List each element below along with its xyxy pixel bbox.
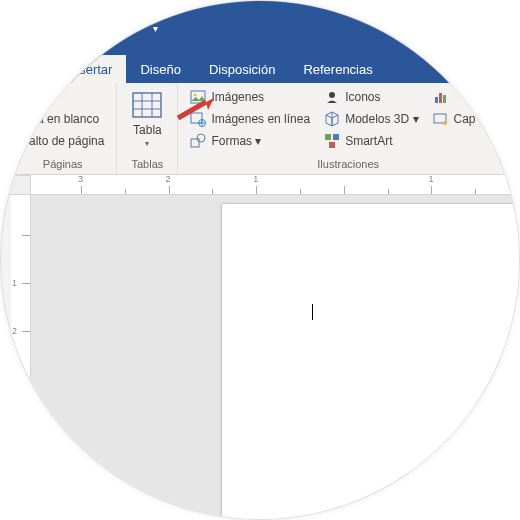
svg-rect-16 bbox=[435, 97, 438, 103]
images-label: Imágenes bbox=[211, 90, 264, 104]
svg-rect-8 bbox=[191, 113, 202, 123]
screenshot-icon bbox=[433, 111, 449, 127]
cube3d-icon bbox=[324, 111, 340, 127]
ruler-corner bbox=[1, 175, 31, 195]
smartart-icon bbox=[324, 133, 340, 149]
svg-point-11 bbox=[197, 134, 205, 142]
blank-page-label: gina en blanco bbox=[21, 112, 99, 126]
table-button[interactable]: Tabla ▾ bbox=[125, 87, 169, 156]
title-bar: A^ ▾ bbox=[1, 1, 519, 55]
page-break-label: Salto de página bbox=[21, 134, 104, 148]
svg-text:^: ^ bbox=[131, 19, 135, 28]
screenshot-label: Cap bbox=[454, 112, 476, 126]
ribbon-insert: da ▾ gina en blanco Salto de página Pági… bbox=[1, 83, 519, 175]
online-picture-icon bbox=[190, 111, 206, 127]
group-ilustraciones: Imágenes Imágenes en línea Formas ▾ Icon… bbox=[178, 83, 519, 174]
table-label: Tabla bbox=[133, 123, 162, 137]
ruler-horizontal[interactable] bbox=[31, 175, 519, 195]
tab-disposicion[interactable]: Disposición bbox=[195, 55, 289, 83]
images-button[interactable]: Imágenes bbox=[186, 87, 314, 107]
font-a: A bbox=[121, 19, 130, 35]
group-paginas: da ▾ gina en blanco Salto de página Pági… bbox=[9, 83, 117, 174]
icons-button[interactable]: Iconos bbox=[320, 87, 422, 107]
qat-dropdown-icon[interactable]: ▾ bbox=[153, 23, 158, 34]
svg-rect-13 bbox=[325, 134, 331, 140]
chart-button[interactable] bbox=[429, 87, 480, 107]
group-tablas: Tabla ▾ Tablas bbox=[117, 83, 178, 174]
picture-icon bbox=[190, 89, 206, 105]
smartart-label: SmartArt bbox=[345, 134, 392, 148]
svg-rect-17 bbox=[439, 93, 442, 103]
shapes-label: Formas ▾ bbox=[211, 134, 261, 148]
ruler-vertical[interactable] bbox=[11, 195, 31, 519]
models3d-button[interactable]: Modelos 3D ▾ bbox=[320, 109, 422, 129]
svg-rect-6 bbox=[191, 91, 205, 103]
group-label-ilustraciones: Ilustraciones bbox=[186, 156, 510, 174]
tab-inicio[interactable]: cio bbox=[11, 55, 54, 83]
blank-page-button[interactable]: gina en blanco bbox=[17, 109, 108, 129]
cover-page-label: da ▾ bbox=[21, 90, 44, 104]
svg-rect-14 bbox=[333, 134, 339, 140]
shapes-icon bbox=[190, 133, 206, 149]
svg-rect-15 bbox=[329, 142, 335, 148]
ribbon-tabbar: cio Insertar Diseño Disposición Referenc… bbox=[1, 55, 519, 83]
page-break-button[interactable]: Salto de página bbox=[17, 131, 108, 151]
document-area[interactable] bbox=[31, 195, 519, 519]
group-label-tablas: Tablas bbox=[125, 156, 169, 174]
online-images-button[interactable]: Imágenes en línea bbox=[186, 109, 314, 129]
group-label-paginas: Páginas bbox=[17, 156, 108, 174]
icons-label: Iconos bbox=[345, 90, 380, 104]
svg-rect-18 bbox=[443, 95, 446, 103]
svg-rect-1 bbox=[133, 93, 161, 117]
page[interactable] bbox=[221, 203, 520, 520]
svg-point-7 bbox=[194, 94, 197, 97]
tab-insertar[interactable]: Insertar bbox=[54, 55, 126, 83]
smartart-button[interactable]: SmartArt bbox=[320, 131, 422, 151]
icons-icon bbox=[324, 89, 340, 105]
cover-page-button[interactable]: da ▾ bbox=[17, 87, 108, 107]
online-images-label: Imágenes en línea bbox=[211, 112, 310, 126]
svg-point-12 bbox=[329, 92, 335, 98]
table-dropdown-caret: ▾ bbox=[145, 139, 149, 148]
shapes-button[interactable]: Formas ▾ bbox=[186, 131, 314, 151]
tab-diseno[interactable]: Diseño bbox=[126, 55, 194, 83]
tab-referencias[interactable]: Referencias bbox=[289, 55, 386, 83]
chart-icon bbox=[433, 89, 449, 105]
font-indicator-icon: A^ bbox=[121, 18, 139, 39]
models3d-label: Modelos 3D ▾ bbox=[345, 112, 418, 126]
table-icon bbox=[131, 89, 163, 121]
screenshot-button[interactable]: Cap bbox=[429, 109, 480, 129]
text-cursor bbox=[312, 304, 313, 320]
svg-point-20 bbox=[443, 121, 447, 125]
